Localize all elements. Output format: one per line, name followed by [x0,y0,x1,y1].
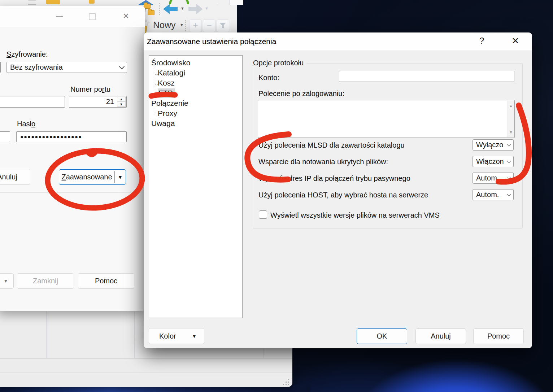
toolbar-drag-handle[interactable] [185,20,186,31]
dialog-titlebar[interactable]: ✕ [0,6,145,27]
host-command-select[interactable]: Autom. [473,189,514,200]
toolbar-divider [217,0,217,5]
port-label: Numer portu [70,85,110,93]
site-tree-subfolder-icon[interactable] [148,10,154,15]
post-login-textarea[interactable]: ▲ ▼ [258,100,515,138]
advanced-split-button[interactable]: Zaawansowane ▼ [59,169,126,185]
color-split-button[interactable]: Kolor ▼ [149,328,204,344]
help-titlebar-button[interactable]: ? [479,36,484,46]
pane-divider [0,358,292,358]
chevron-down-icon [507,159,511,163]
color-dropdown-caret-icon: ▼ [192,333,197,339]
passive-ip-select[interactable]: Autom. [473,173,514,184]
option-label-mlsd: Użyj polecenia MLSD dla zawartości katal… [258,141,405,149]
chevron-down-icon [507,142,511,146]
tree-item-polaczenie[interactable]: Połączenie [151,99,188,108]
column-separator[interactable] [46,311,47,358]
mlsd-select[interactable]: Wyłączo [473,139,514,151]
advanced-button-label: Zaawansowane [59,173,114,181]
encryption-select[interactable]: Bez szyfrowania [6,62,127,73]
tree-item-katalogi[interactable]: Katalogi [158,69,185,77]
advanced-connection-settings-dialog: Zaawansowane ustawienia połączenia ? ✕ Ś… [144,32,532,348]
settings-category-tree[interactable]: Środowisko Katalogi Kosz FTP Połączenie … [149,55,243,318]
tree-connector [155,74,158,75]
dialog-titlebar[interactable]: Zaawansowane ustawienia połączenia ? ✕ [144,32,532,51]
cancel-button-clip: Anuluj [0,169,30,185]
scroll-down-icon[interactable]: ▼ [508,130,514,134]
advanced-dropdown-caret-icon[interactable]: ▼ [115,174,126,180]
menu-icon[interactable] [28,0,36,5]
tree-connector [155,68,155,95]
vms-checkbox[interactable] [259,210,267,219]
tree-item-uwaga[interactable]: Uwaga [151,119,175,128]
new-button[interactable]: Nowy [153,20,176,30]
folder-icon[interactable] [46,0,60,4]
spin-up-button[interactable]: ▲ [117,97,126,102]
spin-down-button[interactable]: ▼ [117,102,126,107]
filter-funnel-stem [222,25,224,28]
option-label-passive-ip: Wymuś adres IP dla połączeń trybu pasywn… [258,174,410,183]
cutoff-field[interactable] [0,131,10,142]
dialog-title: Zaawansowane ustawienia połączenia [147,37,276,46]
vms-checkbox-label: Wyświetl wszystkie wersje plików na serw… [270,211,440,219]
tree-item-ftp[interactable]: FTP [158,89,175,97]
password-field[interactable]: ●●●●●●●●●●●●●●●●● [16,131,127,142]
divider [0,192,145,193]
new-button-caret-icon[interactable]: ▼ [180,23,184,27]
cancel-button[interactable]: Anuluj [0,169,30,185]
scroll-up-icon[interactable]: ▲ [508,104,514,108]
tree-item-srodowisko[interactable]: Środowisko [151,58,191,67]
tree-item-kosz[interactable]: Kosz [158,79,175,87]
mini-dropdown-button[interactable]: ▼ [0,273,14,289]
column-separator[interactable] [134,311,135,358]
port-field[interactable]: 21 ▲ ▼ [69,96,127,108]
forward-arrow-icon[interactable] [188,4,203,14]
tree-item-proxy[interactable]: Proxy [158,109,177,118]
maximize-button[interactable] [89,13,96,20]
back-arrow-icon[interactable] [163,4,178,14]
screen: ▼ ▼ Nowy ▼ + − ☆ [0,0,553,392]
account-label: Konto: [258,74,279,82]
statusbar-divider [0,373,292,373]
tree-connector [155,108,155,115]
help-button[interactable]: Pomoc [78,273,134,289]
chevron-down-icon [507,175,511,179]
tree-connector [155,95,158,95]
tree-connector [155,84,158,85]
group-title: Opcje protokołu [253,59,306,67]
post-login-label: Polecenie po zalogowaniu: [258,90,344,98]
close-button[interactable]: ✕ [511,35,519,47]
option-label-hidden-files: Wsparcie dla notowania ukrytych plików: [258,158,388,166]
back-history-caret-icon[interactable]: ▼ [180,6,184,10]
host-field[interactable] [0,96,65,108]
chevron-down-icon [119,64,125,70]
toolbar-drag-handle[interactable] [159,3,160,15]
filter-button[interactable] [217,19,229,32]
port-value: 21 [106,97,114,106]
column-separator[interactable] [263,348,264,358]
close-button[interactable]: ✕ [121,12,131,21]
remove-button[interactable]: − [203,19,215,32]
document-icon[interactable] [230,0,243,5]
cutoff-field[interactable] [0,62,1,73]
scrollbar[interactable]: ▲ ▼ [508,101,514,137]
account-field[interactable] [339,71,514,82]
site-manager-dialog: ✕ Szyfrowanie: Bez szyfrowania Numer por… [0,6,145,311]
folder-small-icon[interactable] [89,0,95,4]
minimize-button[interactable] [56,16,63,17]
password-label: Hasło [17,120,35,128]
hidden-files-select[interactable]: Włączon [473,156,514,167]
help-button[interactable]: Pomoc [473,328,524,344]
tree-connector [155,115,158,115]
resize-grip[interactable] [283,379,290,386]
cancel-button[interactable]: Anuluj [415,328,466,344]
encryption-label: Szyfrowanie: [6,50,48,58]
ok-button[interactable]: OK [357,328,407,344]
close-window-button[interactable]: Zamknij [17,273,74,289]
forward-history-caret-icon[interactable]: ▼ [205,6,209,10]
protocol-options-group: Opcje protokołu Konto: Polecenie po zalo… [253,63,523,228]
add-button[interactable]: + [189,19,202,32]
chevron-down-icon [507,192,511,196]
option-label-host-command: Użyj polecenia HOST, aby wybrać hosta na… [258,191,428,199]
